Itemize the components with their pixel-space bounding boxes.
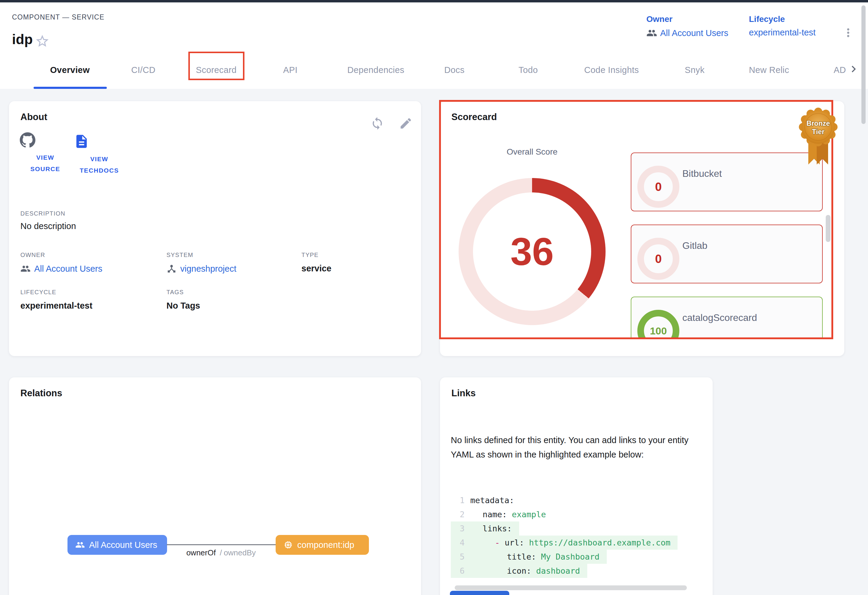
tab-ci-cd[interactable]: CI/CD bbox=[131, 65, 156, 75]
system-link[interactable]: vigneshproject bbox=[180, 264, 236, 274]
tab-overview[interactable]: Overview bbox=[50, 65, 90, 75]
relation-node-owner-chip[interactable]: All Account Users bbox=[68, 535, 167, 555]
breadcrumb: COMPONENT — SERVICE bbox=[12, 13, 104, 21]
page-scrollbar[interactable] bbox=[861, 5, 866, 124]
kebab-menu-icon[interactable] bbox=[841, 22, 855, 43]
about-card-title: About bbox=[21, 112, 47, 123]
people-icon bbox=[21, 263, 31, 274]
lifecycle-value: experimental-test bbox=[21, 301, 92, 311]
header-owner-link[interactable]: All Account Users bbox=[660, 28, 728, 38]
header-lifecycle-label: Lifecycle bbox=[749, 15, 815, 24]
description-value: No description bbox=[21, 221, 76, 231]
score-name: catalogScorecard bbox=[682, 312, 757, 323]
system-value: vigneshproject bbox=[167, 263, 236, 274]
links-card-title: Links bbox=[452, 388, 476, 399]
score-name: Bitbucket bbox=[682, 168, 722, 179]
score-value: 0 bbox=[655, 180, 662, 194]
type-value: service bbox=[301, 263, 331, 274]
people-icon bbox=[647, 28, 657, 38]
code-block: 1metadata:2name: example3links:4- url: h… bbox=[451, 493, 700, 579]
overall-score-donut: 36 bbox=[459, 178, 605, 325]
code-line-1: 1metadata: bbox=[451, 493, 700, 507]
tab-bar: OverviewCI/CDScorecardAPIDependenciesDoc… bbox=[0, 50, 868, 89]
header-lifecycle-value: experimental-test bbox=[749, 28, 815, 37]
tab-dependencies[interactable]: Dependencies bbox=[347, 65, 404, 75]
tab-todo[interactable]: Todo bbox=[518, 65, 538, 75]
refresh-icon[interactable] bbox=[371, 117, 384, 130]
memory-chip-icon bbox=[283, 540, 293, 550]
header-lifecycle: Lifecycle experimental-test bbox=[749, 15, 815, 37]
about-card: About VIEW SOURCE VIEW TECHDOCS DESCRIPT… bbox=[9, 101, 421, 356]
svg-text:Tier: Tier bbox=[812, 128, 825, 136]
relation-edge-line bbox=[167, 544, 276, 545]
svg-text:Bronze: Bronze bbox=[806, 120, 830, 127]
score-name: Gitlab bbox=[682, 240, 707, 251]
tags-value: No Tags bbox=[167, 301, 200, 311]
view-source-label: VIEW SOURCE bbox=[20, 152, 71, 175]
view-techdocs-label: VIEW TECHDOCS bbox=[74, 153, 125, 176]
owner-link[interactable]: All Account Users bbox=[34, 264, 102, 274]
overall-score-label: Overall Score bbox=[493, 147, 572, 157]
code-line-2: 2name: example bbox=[451, 507, 700, 521]
relation-edge-label: ownerOf /ownedBy bbox=[167, 548, 275, 558]
description-label: DESCRIPTION bbox=[21, 210, 65, 217]
tab-scorecard[interactable]: Scorecard bbox=[196, 65, 237, 75]
links-action-button[interactable] bbox=[450, 591, 509, 595]
relations-card-title: Relations bbox=[21, 388, 62, 399]
tab-overflow-chevron-right-icon[interactable] bbox=[847, 62, 860, 75]
owner-label: OWNER bbox=[21, 252, 45, 259]
tab-new-relic[interactable]: New Relic bbox=[749, 65, 789, 75]
system-label: SYSTEM bbox=[167, 252, 193, 259]
code-line-5: 5title: My Dashboard bbox=[451, 550, 700, 564]
links-empty-text: No links defined for this entity. You ca… bbox=[451, 433, 697, 462]
tab-ad[interactable]: AD bbox=[834, 65, 846, 75]
entity-header: COMPONENT — SERVICE idp Owner All Accoun… bbox=[0, 2, 868, 50]
links-card: Links No links defined for this entity. … bbox=[440, 377, 713, 595]
hub-icon bbox=[167, 263, 177, 274]
overall-score-donut-hole: 36 bbox=[473, 192, 591, 311]
score-gauge: 0 bbox=[637, 166, 679, 208]
tab-api[interactable]: API bbox=[283, 65, 298, 75]
favorite-star-icon[interactable] bbox=[35, 34, 50, 49]
scorecard-entries: 0Bitbucket0Gitlab100catalogScorecard bbox=[631, 152, 824, 338]
type-label: TYPE bbox=[301, 252, 319, 259]
header-owner: Owner All Account Users bbox=[647, 15, 728, 38]
techdocs-icon bbox=[74, 133, 125, 149]
overall-score-value: 36 bbox=[511, 229, 554, 274]
active-tab-underline bbox=[34, 87, 107, 89]
relation-node-component-label: component:idp bbox=[297, 540, 354, 550]
code-scrollbar-horizontal[interactable] bbox=[455, 585, 687, 590]
scorecard-list-scrollbar[interactable] bbox=[826, 215, 831, 242]
people-icon bbox=[75, 540, 85, 550]
component-service-page: COMPONENT — SERVICE idp Owner All Accoun… bbox=[0, 0, 868, 595]
code-line-6: 6icon: dashboard bbox=[451, 564, 700, 578]
relations-card: Relations All Account Users ownerOf /own… bbox=[9, 377, 421, 595]
header-owner-label: Owner bbox=[647, 15, 728, 24]
scorecard-entry-catalogscorecard[interactable]: 100catalogScorecard bbox=[631, 297, 823, 338]
relation-node-component-chip[interactable]: component:idp bbox=[276, 535, 369, 555]
tab-snyk[interactable]: Snyk bbox=[685, 65, 704, 75]
view-techdocs-button[interactable]: VIEW TECHDOCS bbox=[74, 133, 125, 176]
lifecycle-label: LIFECYCLE bbox=[21, 289, 56, 296]
window-top-bar bbox=[0, 0, 868, 2]
page-title: idp bbox=[12, 31, 33, 47]
tab-docs[interactable]: Docs bbox=[444, 65, 465, 75]
edit-icon[interactable] bbox=[399, 117, 413, 130]
bronze-tier-badge: Bronze Tier bbox=[793, 105, 844, 169]
score-gauge: 0 bbox=[637, 238, 679, 280]
code-line-4: 4- url: https://dashboard.example.com bbox=[451, 536, 700, 550]
score-value: 100 bbox=[650, 325, 667, 337]
relation-node-owner-label: All Account Users bbox=[89, 540, 157, 550]
score-value: 0 bbox=[655, 252, 662, 266]
score-gauge: 100 bbox=[637, 310, 679, 338]
owner-value: All Account Users bbox=[21, 263, 102, 274]
scorecard-card-title: Scorecard bbox=[452, 112, 497, 123]
tab-code-insights[interactable]: Code Insights bbox=[584, 65, 639, 75]
view-source-button[interactable]: VIEW SOURCE bbox=[20, 132, 71, 175]
scorecard-entry-gitlab[interactable]: 0Gitlab bbox=[631, 225, 823, 283]
github-icon bbox=[20, 132, 71, 148]
tags-label: TAGS bbox=[167, 289, 184, 296]
code-line-3: 3links: bbox=[451, 521, 700, 536]
